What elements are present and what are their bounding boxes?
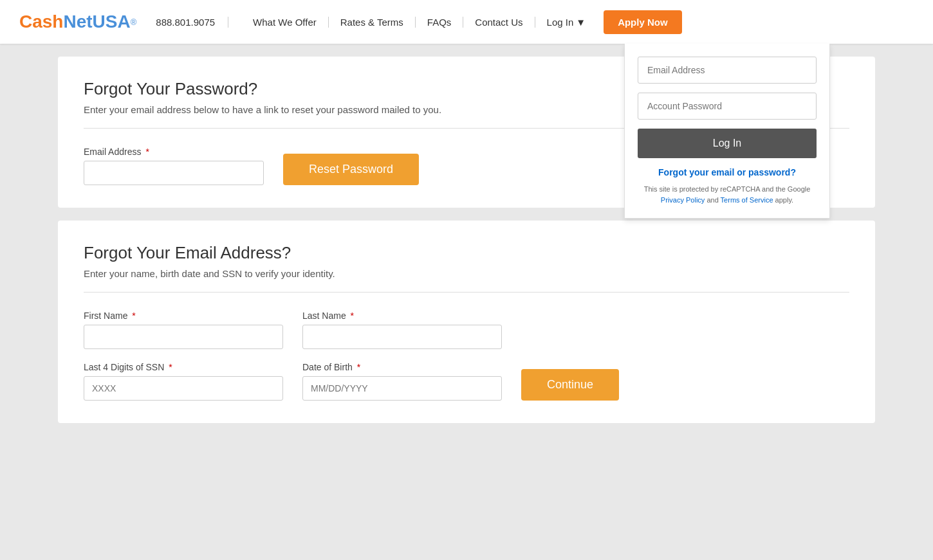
- login-dropdown-panel: Log In Forgot your email or password? Th…: [624, 44, 830, 219]
- forgot-email-or-password-link[interactable]: Forgot your email or password?: [638, 167, 817, 177]
- logo-reg: ®: [131, 17, 137, 27]
- required-star-ln: *: [351, 311, 354, 321]
- dropdown-email-input[interactable]: [638, 57, 817, 84]
- reset-password-button[interactable]: Reset Password: [283, 154, 419, 185]
- chevron-down-icon: ▼: [576, 17, 586, 28]
- nav-faqs[interactable]: FAQs: [416, 17, 464, 28]
- main-nav: 888.801.9075 What We Offer Rates & Terms…: [156, 10, 914, 34]
- first-name-label: First Name *: [84, 311, 283, 321]
- login-dropdown-trigger[interactable]: Log In ▼: [535, 17, 598, 28]
- continue-button[interactable]: Continue: [521, 369, 619, 401]
- first-name-input[interactable]: [84, 325, 283, 349]
- dropdown-password-input[interactable]: [638, 93, 817, 120]
- header: Cash Net USA ® 888.801.9075 What We Offe…: [0, 0, 933, 44]
- apply-text: apply.: [775, 196, 794, 204]
- apply-now-button[interactable]: Apply Now: [604, 10, 682, 34]
- ssn-dob-row: Last 4 Digits of SSN * Date of Birth * C…: [84, 362, 849, 401]
- terms-of-service-link[interactable]: Terms of Service: [721, 196, 773, 204]
- divider2: [84, 292, 849, 293]
- logo-cash: Cash: [19, 12, 63, 32]
- nav-rates-terms[interactable]: Rates & Terms: [329, 17, 416, 28]
- privacy-policy-link[interactable]: Privacy Policy: [661, 196, 705, 204]
- login-label: Log In: [547, 17, 574, 28]
- recaptcha-text: This site is protected by reCAPTCHA and …: [644, 185, 811, 193]
- logo-net: Net: [63, 12, 92, 32]
- ssn-input[interactable]: [84, 376, 283, 401]
- required-star-fn: *: [132, 311, 135, 321]
- last-name-label: Last Name *: [302, 311, 502, 321]
- last-name-input[interactable]: [302, 325, 502, 349]
- logo-usa: USA: [93, 12, 131, 32]
- name-row: First Name * Last Name *: [84, 311, 849, 349]
- and-text: and: [707, 196, 720, 204]
- dob-input[interactable]: [302, 376, 502, 401]
- login-button[interactable]: Log In: [638, 129, 817, 158]
- nav-contact-us[interactable]: Contact Us: [463, 17, 535, 28]
- dob-label: Date of Birth *: [302, 362, 502, 372]
- forgot-password-email-input[interactable]: [84, 161, 264, 185]
- nav-what-we-offer[interactable]: What We Offer: [241, 17, 329, 28]
- last-name-group: Last Name *: [302, 311, 502, 349]
- required-star-dob: *: [357, 362, 360, 372]
- phone-number: 888.801.9075: [156, 17, 228, 28]
- ssn-label: Last 4 Digits of SSN *: [84, 362, 283, 372]
- required-star-ssn: *: [169, 362, 172, 372]
- ssn-group: Last 4 Digits of SSN *: [84, 362, 283, 401]
- first-name-group: First Name *: [84, 311, 283, 349]
- recaptcha-notice: This site is protected by reCAPTCHA and …: [638, 184, 817, 205]
- email-label: Email Address *: [84, 147, 264, 157]
- dob-group: Date of Birth *: [302, 362, 502, 401]
- logo[interactable]: Cash Net USA ®: [19, 12, 136, 32]
- forgot-email-subtitle: Enter your name, birth date and SSN to v…: [84, 268, 849, 279]
- email-form-group: Email Address *: [84, 147, 264, 185]
- required-star: *: [145, 147, 149, 157]
- forgot-email-title: Forgot Your Email Address?: [84, 243, 849, 263]
- forgot-email-card: Forgot Your Email Address? Enter your na…: [58, 221, 875, 423]
